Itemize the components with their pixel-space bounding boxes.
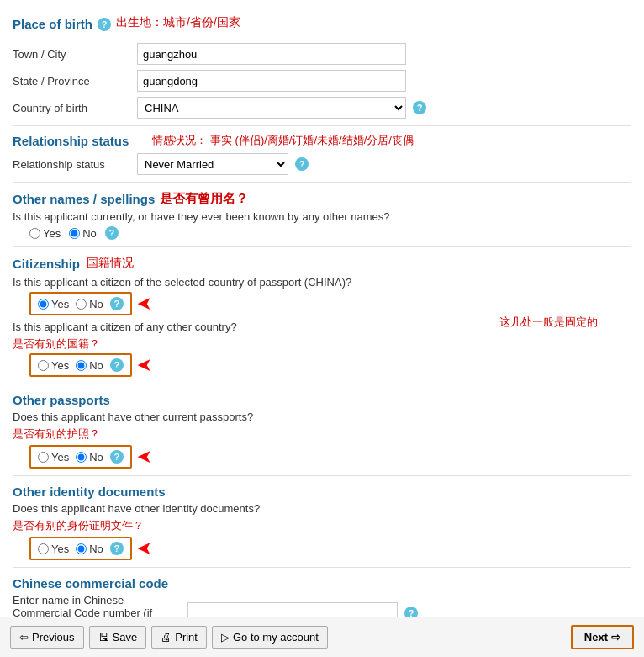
relationship-chinese-label: 情感状况： [152,134,207,146]
country-birth-select[interactable]: CHINA AUSTRALIA USA UK OTHER [137,97,406,119]
other-identity-no-text: No [89,543,103,555]
other-passports-help-icon[interactable]: ? [110,450,124,464]
relationship-help-icon[interactable]: ? [295,157,309,171]
relationship-label: Relationship status [13,158,130,171]
other-passports-section: Other passports Does this applicant have… [13,393,631,469]
print-icon: 🖨 [161,631,172,644]
citizenship-q1-no-radio[interactable] [76,299,87,310]
other-passports-yes-label[interactable]: Yes [38,451,69,464]
citizenship-q2-no-label[interactable]: No [76,359,103,372]
citizenship-q2-chinese: 是否有别的国籍？ [13,336,631,352]
citizenship-q2-help-icon[interactable]: ? [110,358,124,372]
other-identity-no-label[interactable]: No [76,543,103,555]
other-passports-yes-text: Yes [51,451,69,464]
relationship-title: Relationship status [13,134,129,148]
town-city-input[interactable] [137,43,406,65]
previous-icon: ⇦ [19,631,29,644]
other-names-question: Is this applicant currently, or have the… [13,210,631,223]
other-passports-question-chinese: 是否有别的护照？ [13,427,631,442]
next-button[interactable]: Next ⇨ [571,625,634,649]
citizenship-q2-no-text: No [89,359,103,372]
relationship-row: Relationship status Never Married Marrie… [13,153,631,175]
arrow-q1: ➤ [137,293,152,315]
citizenship-q1: Is this applicant a citizen of the selec… [13,276,631,289]
other-identity-radio-box: Yes No ? [29,537,132,560]
state-province-label: State / Province [13,75,130,87]
town-city-row: Town / City [13,43,631,65]
next-label: Next [584,631,608,644]
other-passports-title: Other passports [13,393,631,407]
other-identity-yes-text: Yes [51,543,69,555]
other-passports-question: Does this applicant have other current p… [13,411,631,423]
other-passports-yes-radio[interactable] [38,452,49,463]
other-identity-question-chinese: 是否有别的身份证明文件？ [13,518,631,533]
citizenship-q1-yes-radio[interactable] [38,299,49,310]
go-to-account-button[interactable]: ▷ Go to my account [212,626,328,649]
other-names-title-text: Other names / spellings [13,192,155,206]
citizenship-q1-no-label[interactable]: No [76,298,103,310]
citizenship-q1-yes-text: Yes [51,298,69,310]
other-names-no-label[interactable]: No [69,227,97,240]
other-identity-section: Other identity documents Does this appli… [13,485,631,560]
citizenship-q2-yes-text: Yes [51,359,69,372]
other-passports-no-label[interactable]: No [76,451,103,464]
citizenship-q2-yes-radio[interactable] [38,360,49,371]
state-province-input[interactable] [137,70,406,92]
other-passports-no-text: No [89,451,103,464]
citizenship-q1-help-icon[interactable]: ? [110,297,124,310]
previous-label: Previous [32,631,75,644]
town-city-label: Town / City [13,48,130,61]
account-icon: ▷ [221,631,230,644]
chinese-code-title: Chinese commercial code [13,576,631,591]
other-names-radio-group: Yes No ? [29,226,631,240]
country-birth-label: Country of birth [13,102,130,114]
save-button[interactable]: 🖫 Save [89,626,147,649]
place-of-birth-help-icon[interactable]: ? [98,18,111,31]
place-of-birth-title-text: Place of birth [13,17,92,31]
citizenship-q2-radio-box: Yes No ? [29,353,132,377]
other-names-title: Other names / spellings 是否有曾用名？ [13,191,631,207]
footer-left: ⇦ Previous 🖫 Save 🖨 Print ▷ Go to my acc… [10,626,328,649]
other-passports-radio-box: Yes No ? [29,445,132,469]
place-of-birth-title: Place of birth ? [13,17,111,31]
save-icon: 🖫 [98,631,109,644]
other-names-section: Other names / spellings 是否有曾用名？ Is this … [13,191,631,240]
citizenship-q1-no-text: No [89,298,103,310]
citizenship-q1-yes-label[interactable]: Yes [38,298,69,310]
relationship-chinese-details: 事实 (伴侣)/离婚/订婚/未婚/结婚/分居/丧偶 [210,134,414,146]
main-content: Place of birth ? 出生地：城市/省份/国家 Town / Cit… [0,0,644,657]
other-names-yes-radio[interactable] [29,228,40,239]
arrow-q2: ➤ [137,354,152,376]
previous-button[interactable]: ⇦ Previous [10,626,84,649]
state-province-row: State / Province [13,70,631,92]
citizenship-q2-yes-label[interactable]: Yes [38,359,69,372]
country-help-icon[interactable]: ? [413,101,426,114]
print-label: Print [175,631,198,644]
other-names-yes-label[interactable]: Yes [29,227,61,240]
go-to-account-label: Go to my account [233,631,319,644]
footer-bar: ⇦ Previous 🖫 Save 🖨 Print ▷ Go to my acc… [0,617,644,657]
citizenship-title: Citizenship [13,257,80,271]
next-icon: ⇨ [611,631,620,644]
arrow-identity: ➤ [137,538,152,559]
place-of-birth-chinese: 出生地：城市/省份/国家 [116,15,240,30]
other-passports-no-radio[interactable] [76,452,87,463]
citizenship-q2-no-radio[interactable] [76,360,87,371]
other-identity-yes-radio[interactable] [38,543,49,554]
relationship-chinese-note: 情感状况： 事实 (伴侣)/离婚/订婚/未婚/结婚/分居/丧偶 [152,133,414,148]
other-identity-help-icon[interactable]: ? [110,542,124,555]
print-button[interactable]: 🖨 Print [151,626,207,649]
other-names-help-icon[interactable]: ? [105,226,119,240]
other-names-yes-text: Yes [43,227,61,240]
relationship-select[interactable]: Never Married Married Divorced Separated… [137,153,288,175]
citizenship-section: Citizenship 国籍情况 Is this applicant a cit… [13,256,631,377]
other-names-no-text: No [82,227,97,240]
place-of-birth-header: Place of birth ? 出生地：城市/省份/国家 [13,8,631,36]
other-identity-yes-label[interactable]: Yes [38,543,69,555]
other-identity-title: Other identity documents [13,485,631,499]
other-identity-question: Does this applicant have other identity … [13,502,631,515]
citizenship-chinese: 国籍情况 [87,256,134,271]
other-identity-no-radio[interactable] [76,543,87,554]
save-label: Save [113,631,138,644]
other-names-no-radio[interactable] [69,228,80,239]
